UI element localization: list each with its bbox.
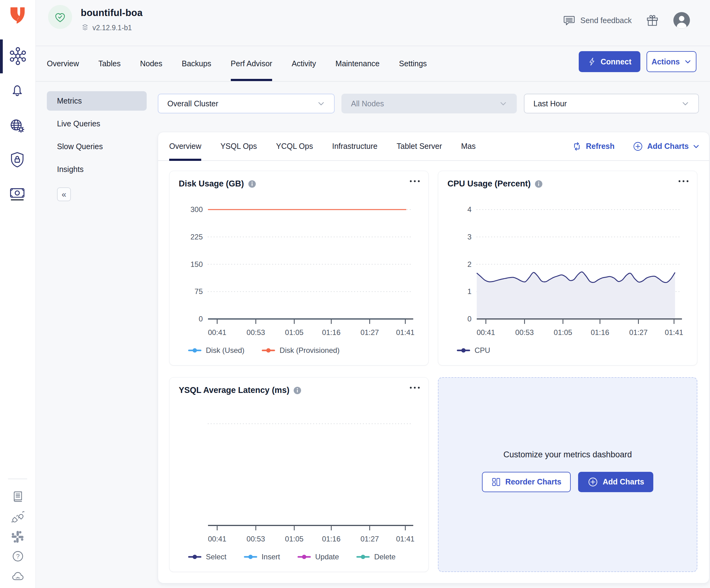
reorder-charts-button[interactable]: Reorder Charts: [482, 472, 571, 492]
cluster-health-badge: [48, 5, 72, 29]
metrics-tab-overview[interactable]: Overview: [169, 132, 201, 160]
sidenav-item-live-queries[interactable]: Live Queries: [47, 114, 147, 134]
time-range-value: Last Hour: [534, 99, 567, 108]
perf-advisor-sidenav: Metrics Live Queries Slow Queries Insigh…: [47, 91, 147, 201]
metrics-tab-ysql-ops[interactable]: YSQL Ops: [220, 132, 257, 160]
sidenav-item-metrics[interactable]: Metrics: [47, 91, 147, 111]
time-range-select[interactable]: Last Hour: [524, 94, 699, 113]
legend-marker: [262, 348, 275, 353]
cluster-header: bountiful-boa v2.12.9.1-b1 Send feedback: [36, 0, 710, 46]
shield-lock-icon: [8, 151, 26, 169]
metrics-tab-master[interactable]: Mas: [461, 132, 475, 160]
ysql-latency-chart: 00:4100:5301:0501:1601:2701:41: [169, 404, 429, 551]
svg-text:01:27: 01:27: [360, 535, 379, 543]
chart-menu-button[interactable]: [410, 180, 420, 182]
legend-label: Update: [315, 552, 339, 561]
tab-nodes[interactable]: Nodes: [140, 46, 162, 81]
plus-circle-icon: [632, 141, 643, 152]
bolt-icon: [588, 57, 597, 66]
tab-overview[interactable]: Overview: [47, 46, 79, 81]
svg-text:00:41: 00:41: [208, 328, 227, 336]
actions-button[interactable]: Actions: [646, 51, 696, 72]
add-charts-button-2[interactable]: Add Charts: [578, 472, 654, 492]
cloud-icon: [10, 569, 25, 583]
legend-marker: [356, 554, 370, 560]
collapse-sidenav-button[interactable]: «: [57, 187, 71, 201]
legend-item[interactable]: Insert: [244, 552, 280, 561]
cluster-scope-select[interactable]: Overall Cluster: [158, 94, 335, 113]
help-button[interactable]: ?: [10, 549, 25, 564]
tab-tables[interactable]: Tables: [98, 46, 120, 81]
metrics-tab-tablet-server[interactable]: Tablet Server: [397, 132, 442, 160]
svg-text:01:27: 01:27: [360, 328, 379, 336]
chevron-down-icon: [681, 99, 689, 108]
sidebar-item-security[interactable]: [8, 150, 27, 169]
customize-title: Customize your metrics dashboard: [503, 450, 632, 460]
user-avatar[interactable]: [673, 12, 690, 29]
sidebar-item-clusters[interactable]: [8, 47, 27, 66]
tab-perf-advisor[interactable]: Perf Advisor: [231, 46, 273, 81]
gift-button[interactable]: [645, 13, 660, 27]
sidebar-item-network[interactable]: [8, 117, 27, 136]
chart-title: CPU Usage (Percent): [447, 179, 531, 189]
cluster-tabbar: Overview Tables Nodes Backups Perf Advis…: [36, 46, 710, 82]
chart-menu-button[interactable]: [410, 387, 420, 389]
legend-item[interactable]: Disk (Used): [188, 346, 244, 355]
chart-legend: SelectInsertUpdateDelete: [188, 552, 396, 561]
page-title: bountiful-boa: [81, 7, 143, 19]
book-icon: [10, 489, 25, 504]
sidebar-item-billing[interactable]: [8, 184, 27, 203]
metrics-tab-infrastructure[interactable]: Infrastructure: [332, 132, 378, 160]
cloud-status-button[interactable]: [10, 569, 25, 583]
connect-button[interactable]: Connect: [579, 51, 640, 72]
svg-text:0: 0: [199, 315, 203, 323]
svg-text:01:05: 01:05: [285, 535, 304, 543]
sidebar-item-alerts[interactable]: [8, 80, 27, 99]
refresh-button[interactable]: Refresh: [572, 141, 614, 151]
yugabyte-logo[interactable]: [8, 5, 28, 25]
chart-menu-button[interactable]: [679, 180, 688, 182]
tab-activity[interactable]: Activity: [291, 46, 316, 81]
rail-divider: [8, 478, 27, 479]
cluster-scope-value: Overall Cluster: [167, 99, 218, 108]
feedback-chat-icon: [562, 14, 576, 27]
left-rail: ?: [0, 0, 36, 588]
chart-title: YSQL Average Latency (ms): [179, 385, 289, 395]
info-icon: [535, 180, 543, 188]
disk-usage-chart: 07515022530000:4100:5301:0501:1601:2701:…: [169, 197, 429, 345]
bell-icon: [8, 80, 26, 98]
svg-text:00:53: 00:53: [246, 328, 265, 336]
slack-button[interactable]: [10, 530, 25, 544]
tab-maintenance[interactable]: Maintenance: [336, 46, 380, 81]
integrations-button[interactable]: [10, 510, 25, 524]
layers-icon: [81, 23, 89, 32]
version-label: v2.12.9.1-b1: [92, 24, 132, 32]
add-charts-button[interactable]: Add Charts: [632, 141, 700, 152]
legend-marker: [244, 554, 257, 560]
tab-backups[interactable]: Backups: [182, 46, 211, 81]
docs-button[interactable]: [10, 489, 25, 504]
svg-text:01:41: 01:41: [665, 328, 683, 336]
chevron-down-icon: [692, 143, 700, 150]
refresh-icon: [572, 141, 582, 151]
svg-text:2: 2: [468, 260, 472, 268]
legend-item[interactable]: Select: [188, 552, 227, 561]
sidenav-item-slow-queries[interactable]: Slow Queries: [47, 137, 147, 156]
metrics-tab-ycql-ops[interactable]: YCQL Ops: [276, 132, 313, 160]
svg-text:01:16: 01:16: [322, 328, 340, 336]
legend-item[interactable]: Update: [298, 552, 339, 561]
send-feedback-button[interactable]: Send feedback: [562, 14, 632, 27]
svg-text:00:41: 00:41: [477, 328, 495, 336]
legend-label: Delete: [374, 552, 395, 561]
slack-icon: [10, 530, 25, 544]
sidenav-item-insights[interactable]: Insights: [47, 160, 147, 179]
metrics-controls: Refresh Add Charts: [567, 132, 700, 160]
tab-settings[interactable]: Settings: [399, 46, 427, 81]
svg-text:75: 75: [194, 287, 203, 296]
svg-text:1: 1: [468, 287, 472, 296]
legend-item[interactable]: Disk (Provisioned): [262, 346, 339, 355]
svg-text:01:16: 01:16: [591, 328, 609, 336]
add-charts-label-2: Add Charts: [603, 477, 644, 486]
legend-item[interactable]: Delete: [356, 552, 395, 561]
legend-item[interactable]: CPU: [457, 346, 490, 355]
